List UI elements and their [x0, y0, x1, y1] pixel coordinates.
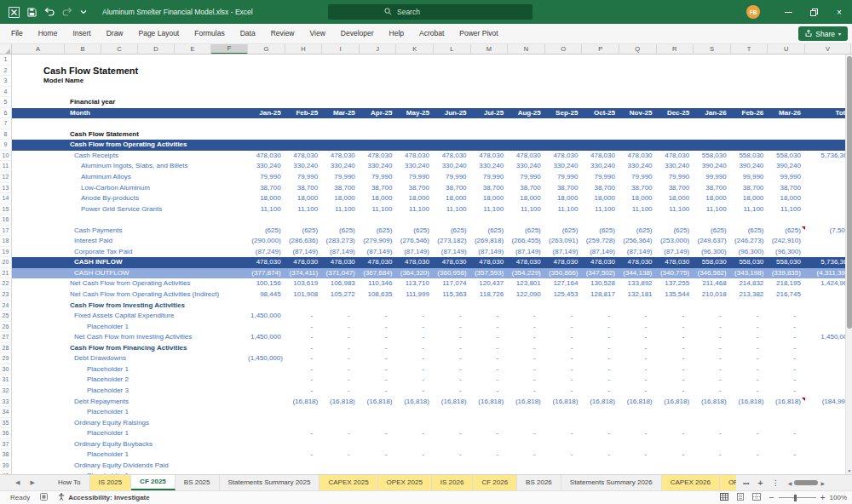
row-header-16[interactable]: 16: [0, 215, 12, 226]
cell[interactable]: -: [731, 428, 769, 439]
cell[interactable]: 133,892: [619, 278, 657, 289]
cell[interactable]: (340,775): [657, 268, 694, 279]
cell[interactable]: -: [582, 364, 619, 375]
sheet-tab-capex-2025[interactable]: CAPEX 2025: [320, 475, 377, 490]
cell[interactable]: (87,149): [285, 247, 323, 258]
cell[interactable]: 330,240: [396, 161, 434, 172]
cell[interactable]: (16,818): [508, 397, 545, 408]
cell[interactable]: 18,000: [657, 193, 694, 204]
cell[interactable]: 128,817: [582, 289, 619, 301]
cell[interactable]: 478,030: [434, 257, 471, 268]
cell[interactable]: -: [545, 450, 583, 461]
cell[interactable]: -: [619, 428, 657, 439]
cell[interactable]: 79,990: [582, 172, 619, 183]
cell[interactable]: 330,240: [434, 161, 471, 172]
menu-tab-file[interactable]: File: [3, 24, 31, 43]
cell[interactable]: (4,311,395): [805, 268, 851, 279]
cell[interactable]: -: [471, 386, 509, 397]
cell[interactable]: (625): [582, 226, 619, 237]
cell[interactable]: (625): [285, 226, 323, 237]
cell[interactable]: Feb-25: [285, 108, 323, 119]
cell[interactable]: Aug-25: [508, 108, 545, 119]
cell[interactable]: [805, 428, 851, 439]
sheet-tab-bs-2025[interactable]: BS 2025: [176, 475, 220, 490]
cell[interactable]: 18,000: [285, 193, 323, 204]
row-label[interactable]: CASH OUTFLOW: [12, 268, 248, 279]
cell[interactable]: [805, 193, 851, 204]
cell[interactable]: 11,100: [248, 204, 285, 215]
cell[interactable]: (87,149): [434, 247, 471, 258]
cell[interactable]: [805, 236, 851, 247]
cell[interactable]: -: [360, 311, 397, 322]
cell[interactable]: (96,300): [731, 247, 769, 258]
cell[interactable]: -: [582, 450, 619, 461]
row-label[interactable]: Placeholder 1: [12, 407, 248, 418]
cell[interactable]: 330,240: [582, 161, 619, 172]
cell[interactable]: 79,990: [657, 172, 694, 183]
cell[interactable]: 18,000: [434, 193, 471, 204]
menu-tab-insert[interactable]: Insert: [65, 24, 98, 43]
cell[interactable]: 478,030: [582, 151, 619, 162]
row-header-13[interactable]: 13: [0, 183, 12, 194]
cell[interactable]: 11,100: [694, 204, 731, 215]
cell[interactable]: -: [471, 332, 509, 343]
row-header-23[interactable]: 23: [0, 289, 12, 301]
cell[interactable]: 98,445: [248, 289, 285, 301]
cell[interactable]: 38,700: [657, 183, 694, 194]
cell[interactable]: -: [360, 364, 397, 375]
cell[interactable]: 18,000: [694, 193, 731, 204]
cell[interactable]: -: [694, 311, 731, 322]
cell[interactable]: -: [285, 311, 323, 322]
cell[interactable]: -: [508, 428, 545, 439]
cell[interactable]: (87,149): [657, 247, 694, 258]
cell[interactable]: 38,700: [694, 183, 731, 194]
zoom-in-icon[interactable]: +: [820, 493, 826, 502]
cell[interactable]: 99,990: [768, 172, 805, 183]
cell[interactable]: (16,818): [396, 397, 434, 408]
row-header-5[interactable]: 5: [0, 97, 12, 108]
row-header-22[interactable]: 22: [0, 278, 12, 289]
cell[interactable]: -: [471, 311, 509, 322]
cell[interactable]: 18,000: [731, 193, 769, 204]
cell[interactable]: (367,684): [360, 268, 397, 279]
cell[interactable]: -: [360, 332, 397, 343]
column-header-J[interactable]: J: [360, 44, 397, 54]
cell[interactable]: -: [396, 322, 434, 333]
cell[interactable]: 118,726: [471, 289, 509, 301]
cell[interactable]: 127,164: [545, 278, 583, 289]
row-header-36[interactable]: 36: [0, 428, 12, 439]
cell[interactable]: -: [657, 375, 694, 386]
column-header-O[interactable]: O: [545, 44, 583, 54]
cell[interactable]: -: [396, 428, 434, 439]
cell[interactable]: [248, 364, 285, 375]
cell[interactable]: 1,450,000: [248, 332, 285, 343]
cell[interactable]: -: [694, 353, 731, 364]
cell[interactable]: -: [360, 353, 397, 364]
cell[interactable]: -: [285, 375, 323, 386]
cell[interactable]: 137,255: [657, 278, 694, 289]
zoom-level[interactable]: 100%: [830, 494, 847, 501]
cell[interactable]: -: [285, 386, 323, 397]
row-label[interactable]: Financial year: [12, 97, 248, 108]
cell[interactable]: -: [434, 322, 471, 333]
cell[interactable]: -: [434, 353, 471, 364]
cell[interactable]: -: [471, 375, 509, 386]
cell[interactable]: (96,300): [694, 247, 731, 258]
cell[interactable]: 117,074: [434, 278, 471, 289]
row-header-25[interactable]: 25: [0, 311, 12, 322]
row-label[interactable]: Cash Flow Statement: [12, 129, 248, 140]
cell[interactable]: -: [508, 375, 545, 386]
cell[interactable]: 100,156: [248, 278, 285, 289]
column-header-N[interactable]: N: [508, 44, 545, 54]
cell[interactable]: (625): [434, 226, 471, 237]
cell[interactable]: -: [657, 343, 694, 354]
cell[interactable]: -: [322, 428, 360, 439]
cell[interactable]: [248, 343, 285, 354]
zoom-slider-knob[interactable]: [794, 495, 797, 501]
cell[interactable]: (625): [508, 226, 545, 237]
cell[interactable]: (374,411): [285, 268, 323, 279]
cell[interactable]: -: [508, 322, 545, 333]
row-label[interactable]: Placeholder 1: [12, 364, 248, 375]
cell[interactable]: -: [360, 428, 397, 439]
column-header-G[interactable]: G: [248, 44, 285, 54]
